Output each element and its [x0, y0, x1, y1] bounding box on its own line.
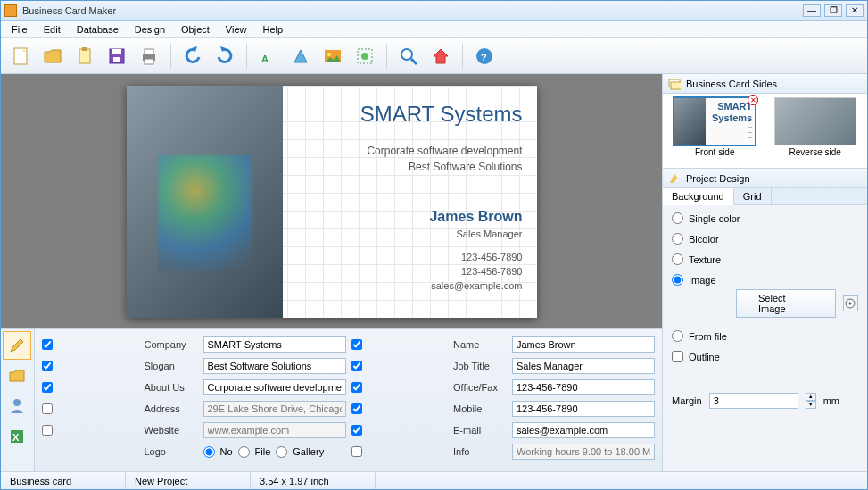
- card-phone2[interactable]: 123-456-7890: [283, 266, 523, 277]
- address-input[interactable]: [203, 401, 346, 417]
- tab-grid[interactable]: Grid: [734, 188, 772, 204]
- menu-file[interactable]: File: [4, 22, 35, 37]
- email-input[interactable]: [512, 422, 655, 438]
- company-checkbox[interactable]: [42, 339, 53, 350]
- logo-no-radio[interactable]: [203, 446, 215, 458]
- officefax-checkbox[interactable]: [351, 382, 362, 393]
- mobile-checkbox[interactable]: [351, 403, 362, 414]
- name-checkbox[interactable]: [351, 339, 362, 350]
- redo-button[interactable]: [211, 42, 239, 71]
- jobtitle-input[interactable]: [512, 358, 655, 374]
- slogan-input[interactable]: [203, 358, 346, 374]
- slogan-label: Slogan: [145, 361, 198, 371]
- company-label: Company: [145, 339, 198, 350]
- image-settings-button[interactable]: [843, 295, 858, 311]
- margin-spinner[interactable]: ▲▼: [806, 393, 816, 409]
- svg-rect-8: [145, 59, 153, 64]
- svg-point-14: [401, 49, 412, 60]
- logo-file-radio[interactable]: [238, 446, 250, 458]
- margin-input[interactable]: [709, 393, 798, 409]
- website-input[interactable]: [203, 422, 346, 438]
- officefax-input[interactable]: [512, 379, 655, 395]
- help-button[interactable]: ?: [470, 42, 499, 71]
- email-label: E-mail: [453, 425, 507, 436]
- email-checkbox[interactable]: [351, 425, 362, 436]
- canvas-area[interactable]: SMART Systems Corporate software develop…: [1, 74, 662, 328]
- menu-help[interactable]: Help: [256, 22, 291, 37]
- shape-button[interactable]: [286, 42, 315, 71]
- save-button[interactable]: [103, 42, 131, 71]
- logo-gallery-button[interactable]: Gallery: [293, 446, 324, 457]
- bg-bicolor[interactable]: Bicolor: [672, 233, 858, 245]
- bg-texture[interactable]: Texture: [672, 253, 858, 265]
- card-email[interactable]: sales@example.com: [283, 280, 523, 291]
- sides-header: Business Card Sides: [663, 74, 867, 94]
- card-name[interactable]: James Brown: [283, 209, 523, 225]
- app-icon: [4, 4, 17, 17]
- slogan-checkbox[interactable]: [42, 361, 53, 371]
- mobile-input[interactable]: [512, 401, 655, 417]
- print-button[interactable]: [135, 42, 163, 71]
- status-left: Business card: [1, 472, 126, 489]
- open-button[interactable]: [38, 42, 67, 71]
- edit-tool[interactable]: [3, 331, 31, 360]
- card-company[interactable]: SMART Systems: [283, 102, 523, 127]
- tab-background[interactable]: Background: [663, 188, 734, 205]
- card-photo[interactable]: [127, 86, 283, 318]
- logo-label: Logo: [145, 446, 198, 457]
- logo-gallery-radio[interactable]: [276, 446, 287, 458]
- card-slogan[interactable]: Corporate software development: [283, 145, 523, 157]
- info-checkbox[interactable]: [351, 446, 362, 457]
- paste-button[interactable]: [70, 42, 99, 71]
- menu-edit[interactable]: Edit: [37, 22, 68, 37]
- design-icon: [668, 172, 681, 185]
- svg-text:X: X: [12, 432, 20, 443]
- bg-image[interactable]: Image: [672, 274, 858, 286]
- card-phone1[interactable]: 123-456-7890: [283, 252, 523, 262]
- image-button[interactable]: [318, 42, 347, 71]
- svg-rect-2: [82, 47, 87, 51]
- aboutus-input[interactable]: [203, 379, 346, 395]
- company-input[interactable]: [203, 336, 346, 353]
- clipart-button[interactable]: [351, 42, 379, 71]
- minimize-button[interactable]: —: [803, 4, 821, 17]
- jobtitle-checkbox[interactable]: [351, 361, 362, 371]
- person-tool[interactable]: [3, 392, 31, 420]
- folder-tool[interactable]: [3, 361, 31, 390]
- jobtitle-label: Job Title: [453, 361, 507, 371]
- aboutus-checkbox[interactable]: [42, 382, 53, 393]
- select-image-button[interactable]: Select Image: [736, 289, 836, 318]
- close-button[interactable]: ✕: [846, 4, 864, 17]
- business-card-preview[interactable]: SMART Systems Corporate software develop…: [127, 86, 537, 318]
- bg-from-file[interactable]: From file: [672, 330, 858, 342]
- close-icon[interactable]: ✕: [748, 95, 758, 105]
- menu-object[interactable]: Object: [174, 22, 217, 37]
- logo-file-button[interactable]: File: [255, 446, 271, 457]
- home-button[interactable]: [426, 42, 455, 71]
- bg-single-color[interactable]: Single color: [672, 212, 858, 224]
- website-checkbox[interactable]: [42, 425, 53, 436]
- text-button[interactable]: A: [254, 42, 283, 71]
- info-input[interactable]: [512, 444, 655, 460]
- undo-button[interactable]: [178, 42, 207, 71]
- front-side-thumb[interactable]: SMART Systems——— ✕: [674, 97, 756, 145]
- address-checkbox[interactable]: [42, 403, 53, 414]
- reverse-side-thumb[interactable]: [774, 97, 856, 145]
- maximize-button[interactable]: ❐: [824, 4, 842, 17]
- menu-database[interactable]: Database: [70, 22, 126, 37]
- zoom-button[interactable]: [394, 42, 423, 71]
- card-aboutus[interactable]: Best Software Solutions: [283, 161, 523, 173]
- status-bar: Business card New Project 3.54 x 1.97 in…: [1, 471, 867, 489]
- name-input[interactable]: [512, 336, 655, 353]
- new-button[interactable]: [6, 42, 35, 71]
- margin-label: Margin: [672, 395, 702, 406]
- menu-bar: File Edit Database Design Object View He…: [1, 21, 867, 38]
- aboutus-label: About Us: [145, 382, 198, 393]
- export-tool[interactable]: X: [3, 422, 31, 451]
- name-label: Name: [453, 339, 507, 350]
- outline-checkbox[interactable]: Outline: [672, 351, 858, 362]
- card-job[interactable]: Sales Manager: [283, 228, 523, 239]
- menu-design[interactable]: Design: [128, 22, 172, 37]
- svg-rect-5: [113, 57, 120, 62]
- menu-view[interactable]: View: [219, 22, 254, 37]
